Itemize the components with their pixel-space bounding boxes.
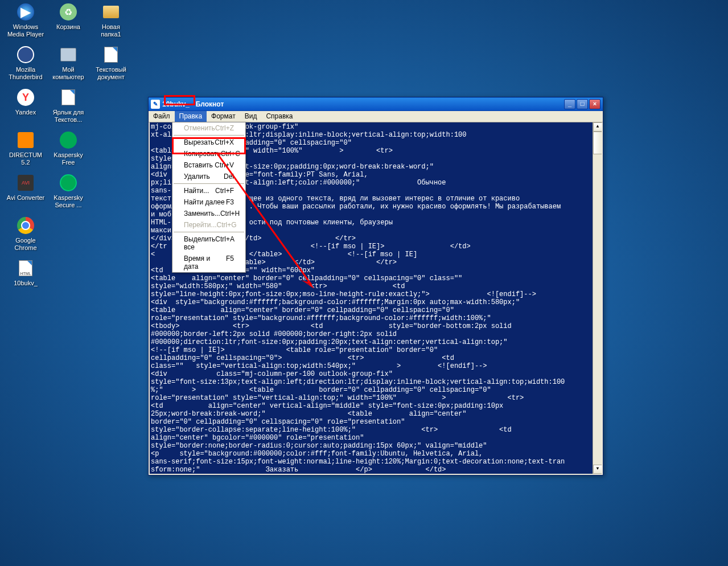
desktop-icon-корзина[interactable]: ♻Корзина (48, 3, 88, 31)
desktop-icon-yandex[interactable]: YYandex (6, 88, 46, 116)
edit-undo[interactable]: Отменить Ctrl+Z (172, 122, 245, 134)
app-icon (102, 46, 120, 64)
paste-label: Вставить (184, 161, 213, 169)
delete-label: Удалить (184, 173, 210, 181)
app-icon: Y (17, 88, 35, 106)
icon-label: Yandex (6, 109, 46, 116)
desktop-icon-ярлык-для-текстов-[interactable]: Ярлык для Текстов... (48, 88, 88, 124)
maximize-button[interactable]: □ (577, 99, 588, 109)
desktop-icon-directum-5-2[interactable]: DIRECTUM 5.2 (6, 131, 46, 166)
icon-label: Avi Converter (6, 194, 46, 202)
icon-label: Текстовый документ (91, 66, 131, 81)
icon-label: Mozilla Thunderbird (6, 66, 46, 81)
icon-label: Kaspersky Secure ... (48, 194, 88, 209)
app-icon: ▶ (17, 3, 35, 21)
edit-find[interactable]: Найти... Ctrl+F (172, 185, 245, 196)
replace-label: Заменить... (184, 210, 220, 218)
edit-cut[interactable]: Вырезать Ctrl+X (172, 137, 245, 148)
vertical-scrollbar[interactable]: ▲ ▼ (593, 122, 602, 474)
icon-label: Kaspersky Free (48, 151, 88, 166)
app-icon (17, 131, 35, 149)
app-icon: ♻ (59, 3, 77, 21)
edit-find-next[interactable]: Найти далее F3 (172, 196, 245, 208)
delete-shortcut: Del (224, 173, 234, 181)
edit-dropdown: Отменить Ctrl+Z Вырезать Ctrl+X Копирова… (172, 122, 246, 273)
scroll-up-button[interactable]: ▲ (593, 122, 602, 132)
app-icon (59, 88, 77, 106)
menubar: Файл Правка Формат Вид Справка Отменить … (149, 111, 603, 122)
scroll-down-button[interactable]: ▼ (593, 465, 602, 474)
notepad-window: ✎ 10bukv_ - Блокнот _ □ × Файл Правка Фо… (148, 97, 603, 475)
desktop-icon-10bukv-[interactable]: HTML10bukv_ (6, 259, 46, 287)
titlebar[interactable]: ✎ 10bukv_ - Блокнот _ □ × (149, 97, 603, 111)
edit-paste[interactable]: Вставить Ctrl+V (172, 159, 245, 171)
menu-file[interactable]: Файл (149, 111, 175, 122)
cut-label: Вырезать (184, 138, 214, 146)
app-icon (59, 131, 77, 149)
icon-label: Мой компьютер (48, 66, 88, 81)
datetime-label: Время и дата (184, 255, 226, 270)
notepad-icon: ✎ (151, 100, 160, 109)
edit-goto[interactable]: Перейти... Ctrl+G (172, 219, 245, 231)
find-label: Найти... (184, 187, 209, 195)
window-title: 10bukv_ - Блокнот (162, 100, 564, 108)
copy-shortcut: Ctrl+C (221, 150, 240, 158)
desktop-icon-avi-converter[interactable]: AVIAvi Converter (6, 174, 46, 202)
paste-shortcut: Ctrl+V (215, 161, 234, 169)
app-icon: HTML (17, 259, 35, 277)
edit-replace[interactable]: Заменить... Ctrl+H (172, 208, 245, 219)
desktop-icon-текстовый-документ[interactable]: Текстовый документ (91, 46, 131, 81)
goto-shortcut: Ctrl+G (217, 221, 237, 229)
icon-label: Новая папка1 (91, 23, 131, 38)
menu-format[interactable]: Формат (207, 111, 240, 122)
edit-copy[interactable]: Копировать Ctrl+C (172, 148, 245, 159)
scroll-thumb[interactable] (593, 132, 602, 154)
find-shortcut: Ctrl+F (215, 187, 234, 195)
cut-shortcut: Ctrl+X (215, 138, 234, 146)
icon-label: Ярлык для Текстов... (48, 109, 88, 124)
menu-view[interactable]: Вид (240, 111, 262, 122)
minimize-button[interactable]: _ (564, 99, 575, 109)
menu-separator (174, 135, 244, 136)
icon-label: Корзина (48, 23, 88, 31)
desktop-icon-google-chrome[interactable]: Google Chrome (6, 216, 46, 252)
app-icon (59, 174, 77, 192)
desktop-icon-windows-media-player[interactable]: ▶Windows Media Player (6, 3, 46, 38)
datetime-shortcut: F5 (226, 255, 234, 270)
app-icon: AVI (17, 174, 35, 192)
icon-label: DIRECTUM 5.2 (6, 151, 46, 166)
close-button[interactable]: × (589, 99, 601, 109)
menu-help[interactable]: Справка (261, 111, 297, 122)
app-icon (17, 216, 35, 235)
select-all-shortcut: Ctrl+A (215, 235, 235, 251)
edit-datetime[interactable]: Время и дата F5 (172, 253, 245, 272)
undo-label: Отменить (184, 124, 215, 132)
titlebar-buttons: _ □ × (564, 99, 601, 109)
desktop-icon-kaspersky-free[interactable]: Kaspersky Free (48, 131, 88, 166)
edit-select-all[interactable]: Выделить все Ctrl+A (172, 233, 245, 253)
find-next-shortcut: F3 (226, 198, 234, 206)
menu-separator (174, 183, 244, 184)
goto-label: Перейти... (184, 221, 217, 229)
desktop-icon-mozilla-thunderbird[interactable]: Mozilla Thunderbird (6, 46, 46, 81)
copy-label: Копировать (184, 150, 221, 158)
menu-separator (174, 232, 244, 232)
icon-label: Windows Media Player (6, 23, 46, 38)
select-all-label: Выделить все (184, 235, 215, 251)
undo-shortcut: Ctrl+Z (215, 124, 234, 132)
replace-shortcut: Ctrl+H (220, 210, 240, 218)
desktop-icon-мой-компьютер[interactable]: Мой компьютер (48, 46, 88, 81)
edit-delete[interactable]: Удалить Del (172, 171, 245, 182)
app-icon (102, 3, 120, 21)
app-icon (17, 46, 35, 64)
desktop-icon-новая-папка1[interactable]: Новая папка1 (91, 3, 131, 38)
menu-edit[interactable]: Правка (175, 111, 207, 122)
app-icon (59, 46, 77, 64)
icon-label: Google Chrome (6, 237, 46, 252)
find-next-label: Найти далее (184, 198, 225, 206)
icon-label: 10bukv_ (6, 280, 46, 287)
desktop-icon-kaspersky-secure-[interactable]: Kaspersky Secure ... (48, 174, 88, 209)
